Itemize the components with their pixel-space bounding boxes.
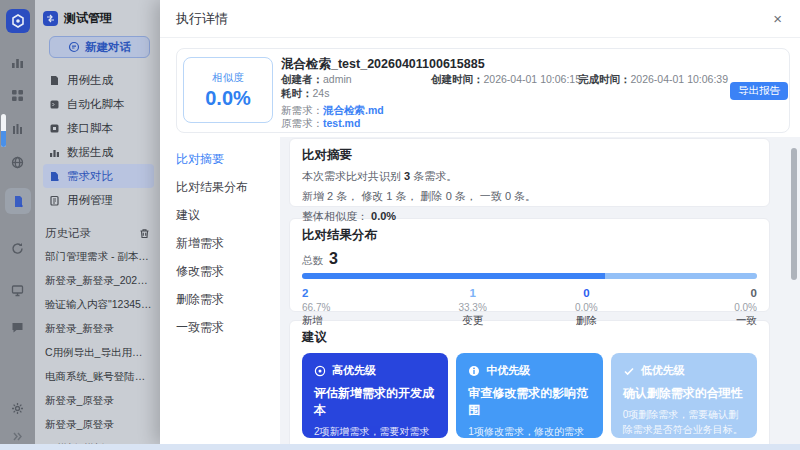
bar-segment-new (302, 273, 605, 279)
stat-new: 2 66.7% 新增 (302, 286, 416, 328)
new-requirement-link[interactable]: 混合检索.md (323, 104, 384, 116)
history-item[interactable]: 新登录_原登录 (43, 388, 154, 412)
section-content: 比对摘要 本次需求比对共识别 3 条需求。 新增 2 条， 修改 1 条， 删除… (280, 137, 800, 444)
drawer-scrollbar[interactable] (791, 148, 797, 280)
close-icon[interactable]: × (773, 11, 782, 26)
stat-consistent: 0 0.0% 一致 (643, 286, 757, 328)
drawer-header: 执行详情 × (160, 0, 800, 38)
check-icon (623, 365, 635, 377)
building-nav-icon[interactable] (0, 117, 35, 139)
tab-modified-requirements[interactable]: 修改需求 (176, 257, 280, 285)
script-icon (49, 99, 60, 110)
run-summary-card: 相似度 0.0% 混合检索_test_20260401100615885 创建者… (176, 48, 790, 133)
old-requirement-field: 原需求：test.md (281, 117, 360, 131)
total-row: 总数 3 (302, 250, 757, 268)
history-header: 历史记录 (43, 222, 154, 244)
sidebar-item-requirement-compare[interactable]: 需求对比 (43, 164, 154, 188)
api-icon (49, 123, 60, 134)
new-chat-button[interactable]: 新建对话 (49, 36, 150, 58)
trash-icon[interactable] (139, 228, 150, 239)
app-title: 测试管理 (64, 10, 112, 27)
tab-suggestions[interactable]: 建议 (176, 201, 280, 229)
tab-deleted-requirements[interactable]: 删除需求 (176, 285, 280, 313)
monitor-nav-icon[interactable] (0, 279, 35, 301)
icon-rail (0, 0, 35, 444)
execution-detail-drawer: 执行详情 × 相似度 0.0% 混合检索_test_20260401100615… (160, 0, 800, 444)
duration-field: 耗时：24s (281, 87, 329, 101)
chart-nav-icon[interactable] (0, 51, 35, 73)
chat-nav-icon[interactable] (0, 316, 35, 338)
sidebar-item-case-management[interactable]: 用例管理 (43, 188, 154, 212)
tab-consistent-requirements[interactable]: 一致需求 (176, 313, 280, 341)
refresh-nav-icon[interactable] (0, 237, 35, 259)
app-logo[interactable] (6, 9, 30, 33)
history-item[interactable]: C用例导出_导出用例 (3)... (43, 340, 154, 364)
finished-time-field: 完成时间：2026-04-01 10:06:39 (578, 73, 728, 87)
distribution-stats: 2 66.7% 新增 1 33.3% 变更 0 0.0% 删除 (302, 286, 757, 328)
total-value: 3 (329, 250, 338, 268)
creator-field: 创建者：admin (281, 73, 352, 87)
stat-changed: 1 33.3% 变更 (416, 286, 530, 328)
suggestion-cards: 高优先级 评估新增需求的开发成本 2项新增需求，需要对需求进行分析，技术团队要进… (302, 353, 757, 438)
drawer-body: 比对摘要 比对结果分布 建议 新增需求 修改需求 删除需求 一致需求 比对摘要 … (160, 137, 800, 444)
new-requirement-field: 新需求：混合检索.md (281, 104, 384, 118)
created-time-field: 创建时间：2026-04-01 10:06:15 (431, 73, 581, 87)
history-item[interactable]: 电商系统_账号登陆异常-... (43, 364, 154, 388)
summary-line-2: 新增 2 条， 修改 1 条， 删除 0 条， 一致 0 条。 (302, 189, 757, 204)
page-bottom-strip (0, 444, 800, 450)
tab-result-distribution[interactable]: 比对结果分布 (176, 173, 280, 201)
info-icon (468, 365, 480, 377)
summary-line-1: 本次需求比对共识别 3 条需求。 (302, 169, 757, 184)
history-item[interactable]: 新登录_新登录_2026040... (43, 268, 154, 292)
suggestion-card-low: 低优先级 确认删除需求的合理性 0项删除需求，需要确认删除需求是否符合业务目标。 (611, 353, 757, 438)
sidebar-header: 测试管理 (43, 8, 154, 28)
history-item[interactable]: 验证输入内容"12345"_购... (43, 292, 154, 316)
similarity-value: 0.0% (205, 87, 251, 110)
sidebar-item-data-generation[interactable]: 数据生成 (43, 140, 154, 164)
total-label: 总数 (302, 254, 323, 268)
apps-grid-nav-icon[interactable] (0, 84, 35, 106)
distribution-bar (302, 273, 757, 279)
similarity-label: 相似度 (212, 71, 244, 85)
bar-chart-icon (49, 147, 60, 158)
export-report-button[interactable]: 导出报告 (730, 82, 788, 100)
bar-segment-changed (605, 273, 757, 279)
sidebar-item-api-script[interactable]: 接口脚本 (43, 116, 154, 140)
priority-high-icon (314, 365, 326, 377)
compare-summary-section: 比对摘要 本次需求比对共识别 3 条需求。 新增 2 条， 修改 1 条， 删除… (289, 138, 770, 207)
drawer-title: 执行详情 (176, 10, 228, 28)
tab-new-requirements[interactable]: 新增需求 (176, 229, 280, 257)
history-item[interactable]: 新登录_新登录 (43, 316, 154, 340)
suggestions-section: 建议 高优先级 评估新增需求的开发成本 2项新增需求，需要对需求进行分析，技术团… (289, 320, 770, 444)
doc-icon (49, 75, 60, 86)
compare-doc-icon (49, 171, 60, 182)
tab-compare-summary[interactable]: 比对摘要 (176, 145, 280, 173)
similarity-box: 相似度 0.0% (183, 57, 273, 123)
stat-deleted: 0 0.0% 删除 (530, 286, 644, 328)
old-requirement-link[interactable]: test.md (323, 117, 360, 129)
history-title: 历史记录 (45, 226, 91, 241)
sidebar: 测试管理 新建对话 用例生成 自动化脚本 接口脚本 数据生成 需求对比 用例管理… (35, 0, 160, 444)
history-item[interactable]: 新登录_原登录 (43, 412, 154, 436)
section-title: 建议 (302, 329, 757, 346)
clipboard-icon (49, 195, 60, 206)
settings-gear-icon[interactable] (0, 397, 35, 419)
logo-icon (11, 14, 25, 28)
module-icon (43, 11, 58, 26)
suggestion-card-high: 高优先级 评估新增需求的开发成本 2项新增需求，需要对需求进行分析，技术团队要进… (302, 353, 448, 438)
globe-nav-icon[interactable] (0, 151, 35, 173)
requirement-compare-nav-icon[interactable] (5, 188, 31, 214)
run-name: 混合检索_test_20260401100615885 (281, 56, 485, 73)
history-item[interactable]: 部门管理需求 - 副本_部... (43, 244, 154, 268)
section-nav: 比对摘要 比对结果分布 建议 新增需求 修改需求 删除需求 一致需求 (160, 137, 280, 444)
chat-bubble-icon (68, 41, 80, 53)
section-title: 比对摘要 (302, 147, 757, 164)
sidebar-item-case-generation[interactable]: 用例生成 (43, 68, 154, 92)
result-distribution-section: 比对结果分布 总数 3 2 66.7% 新增 1 (289, 218, 770, 312)
section-title: 比对结果分布 (302, 227, 757, 244)
suggestion-card-medium: 中优先级 审查修改需求的影响范围 1项修改需求，修改的需求可能影响现有功能，需要… (456, 353, 602, 438)
sidebar-item-auto-script[interactable]: 自动化脚本 (43, 92, 154, 116)
